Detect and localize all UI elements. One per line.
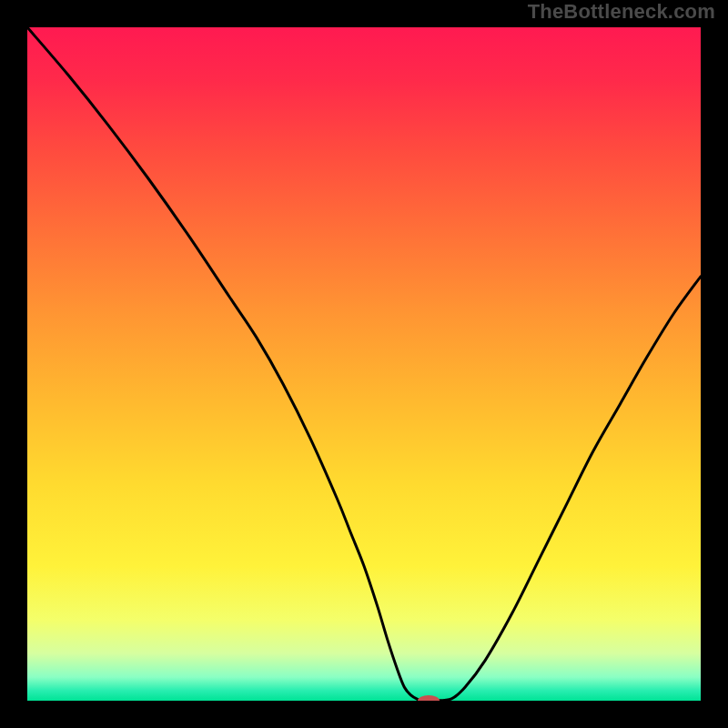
watermark-label: TheBottleneck.com bbox=[528, 0, 715, 24]
gradient-background bbox=[27, 27, 701, 701]
bottleneck-chart bbox=[27, 27, 701, 701]
chart-frame: TheBottleneck.com bbox=[0, 0, 728, 728]
